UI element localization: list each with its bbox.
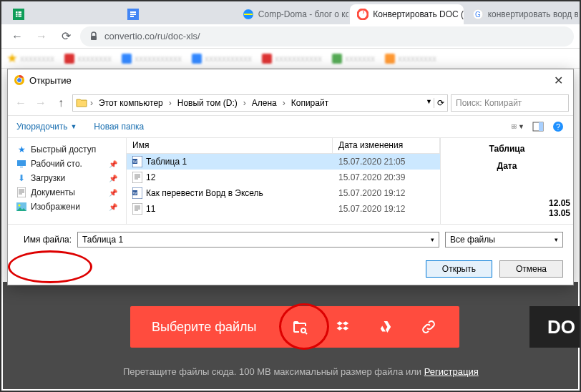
register-link[interactable]: Регистрация [424, 366, 479, 377]
pin-icon: 📌 [109, 160, 117, 168]
folder-icon [76, 97, 87, 109]
cancel-button[interactable]: Отмена [499, 260, 563, 278]
tab-label: Comp-Doma - блог о компьюте [258, 9, 348, 19]
address-row: ← → ⟳ convertio.co/ru/doc-xls/ [1, 24, 580, 49]
help-button[interactable]: ? [552, 120, 565, 133]
download-icon: ⬇ [16, 173, 26, 183]
col-name-header[interactable]: Имя [127, 138, 333, 153]
bookmark-item[interactable]: xxxxxxxxxxx [262, 54, 322, 64]
tab-label: конвертировать ворд в эксель [488, 9, 578, 19]
dialog-close-button[interactable]: ✕ [550, 72, 567, 89]
tab-google[interactable]: G конвертировать ворд в эксель × [465, 4, 578, 24]
tab-strip: Comp-Doma - блог о компьюте × Конвертиро… [1, 1, 580, 24]
tab-sheets[interactable] [6, 4, 119, 24]
select-files-bar: Выберите файлы [130, 306, 459, 348]
svg-rect-4 [130, 14, 136, 15]
file-row[interactable]: WТаблица 115.07.2020 21:05 [127, 154, 440, 170]
file-rows[interactable]: WТаблица 115.07.2020 21:051215.07.2020 2… [127, 154, 440, 224]
sidebar-item-desktop[interactable]: Рабочий сто.📌 [8, 157, 126, 171]
col-date-header[interactable]: Дата изменения [333, 138, 440, 153]
image-icon [16, 202, 26, 212]
googledrive-button[interactable] [364, 306, 407, 348]
sidebar-item-images[interactable]: Изображени📌 [8, 200, 126, 214]
newfolder-button[interactable]: Новая папка [94, 122, 144, 132]
bookmark-item[interactable]: xxxxxxxx [7, 54, 54, 64]
svg-rect-23 [20, 167, 23, 167]
crumb[interactable]: Этот компьютер [96, 97, 166, 109]
view-mode-button[interactable]: ▼ [512, 120, 524, 133]
nav-up-arrow[interactable]: ↑ [52, 94, 69, 112]
chrome-icon [14, 74, 25, 86]
breadcrumb-bar[interactable]: › Этот компьютер› Новый том (D:)› Алена›… [72, 94, 448, 112]
organize-button[interactable]: Упорядочить ▼ [16, 122, 77, 132]
open-button[interactable]: Открыть [426, 260, 492, 278]
dialog-footer: Имя файла: Таблица 1▾ Все файлы▾ Открыть… [8, 224, 573, 285]
preview-dates: 12.05 13.05 [549, 198, 570, 218]
dialog-nav: ← → ↑ › Этот компьютер› Новый том (D:)› … [8, 91, 573, 115]
svg-text:W: W [133, 160, 137, 164]
dialog-titlebar: Открытие ✕ [8, 69, 573, 91]
file-list-header: Имя Дата изменения [127, 138, 440, 154]
svg-point-11 [301, 328, 306, 333]
bookmarks-bar: xxxxxxxx xxxxxxxx xxxxxxxxxxx xxxxxxxxxx… [1, 49, 580, 69]
svg-rect-15 [514, 124, 517, 126]
nav-back-arrow[interactable]: ← [12, 94, 29, 112]
dialog-sidebar: ★Быстрый доступ Рабочий сто.📌 ⬇Загрузки📌… [8, 138, 127, 224]
svg-text:G: G [475, 11, 481, 19]
bookmark-item[interactable]: xxxxxxxxx [385, 54, 436, 64]
filename-input[interactable]: Таблица 1▾ [77, 232, 439, 248]
bookmark-item[interactable]: xxxxxxxxxxx [192, 54, 252, 64]
tab-compdoma[interactable]: Comp-Doma - блог о компьюте × [235, 4, 348, 24]
file-row[interactable]: WКак перевести Ворд в Эксель15.07.2020 1… [127, 185, 440, 201]
tab-label: Конвертировать DOC (WORD) в [373, 9, 463, 19]
crumb[interactable]: Новый том (D:) [175, 97, 240, 109]
svg-rect-16 [512, 127, 514, 128]
svg-text:W: W [133, 191, 137, 195]
select-files-label: Выберите файлы [130, 320, 278, 335]
dropbox-icon [334, 318, 351, 335]
url-button[interactable] [407, 306, 450, 348]
bookmark-item[interactable]: xxxxxxx [332, 54, 375, 64]
svg-rect-5 [130, 16, 134, 17]
dialog-title: Открытие [29, 75, 72, 86]
desktop-icon [16, 159, 26, 169]
nav-reload[interactable]: ⟳ [56, 26, 76, 46]
sheets-icon [13, 9, 24, 20]
dialog-toolbar: Упорядочить ▼ Новая папка ▼ ? [8, 115, 573, 138]
drag-hint: Перетащите файлы сюда. 100 MB максимальн… [123, 366, 479, 377]
bookmark-item[interactable]: xxxxxxxx [64, 54, 112, 64]
dialog-search[interactable]: Поиск: Копирайт [451, 94, 569, 112]
docs-icon [127, 9, 139, 20]
googledrive-icon [377, 318, 394, 335]
tab-convertio[interactable]: Конвертировать DOC (WORD) в × [350, 4, 463, 24]
highlight-circle [8, 250, 92, 283]
tab-docs[interactable] [120, 4, 233, 24]
preview-pane-button[interactable] [532, 120, 545, 133]
pin-icon: 📌 [109, 175, 117, 182]
folder-search-icon [291, 318, 308, 335]
nav-forward[interactable]: → [31, 26, 52, 46]
crumb[interactable]: Копирайт [288, 97, 331, 109]
svg-rect-22 [17, 160, 26, 166]
dropbox-button[interactable] [321, 306, 364, 348]
file-row[interactable]: 1115.07.2020 19:12 [127, 201, 440, 217]
nav-fwd-arrow[interactable]: → [32, 94, 49, 112]
file-row[interactable]: 1215.07.2020 20:39 [127, 170, 440, 185]
sidebar-item-documents[interactable]: Документы📌 [8, 185, 126, 200]
pin-icon: 📌 [109, 189, 117, 197]
address-bar[interactable]: convertio.co/ru/doc-xls/ [80, 26, 574, 46]
url-text: convertio.co/ru/doc-xls/ [104, 31, 200, 41]
filetype-select[interactable]: Все файлы▾ [445, 232, 563, 248]
google-icon: G [472, 9, 484, 20]
svg-rect-10 [91, 36, 97, 40]
convertio-icon [357, 9, 368, 20]
crumb[interactable]: Алена [249, 97, 280, 109]
nav-back[interactable]: ← [7, 26, 27, 46]
file-open-dialog: Открытие ✕ ← → ↑ › Этот компьютер› Новый… [7, 69, 574, 285]
search-placeholder: Поиск: Копирайт [456, 98, 522, 108]
sidebar-item-quickaccess[interactable]: ★Быстрый доступ [8, 142, 126, 157]
browse-button[interactable] [278, 306, 321, 348]
preview-label: Дата [446, 161, 567, 171]
bookmark-item[interactable]: xxxxxxxxxxx [122, 54, 182, 64]
sidebar-item-downloads[interactable]: ⬇Загрузки📌 [8, 171, 126, 185]
